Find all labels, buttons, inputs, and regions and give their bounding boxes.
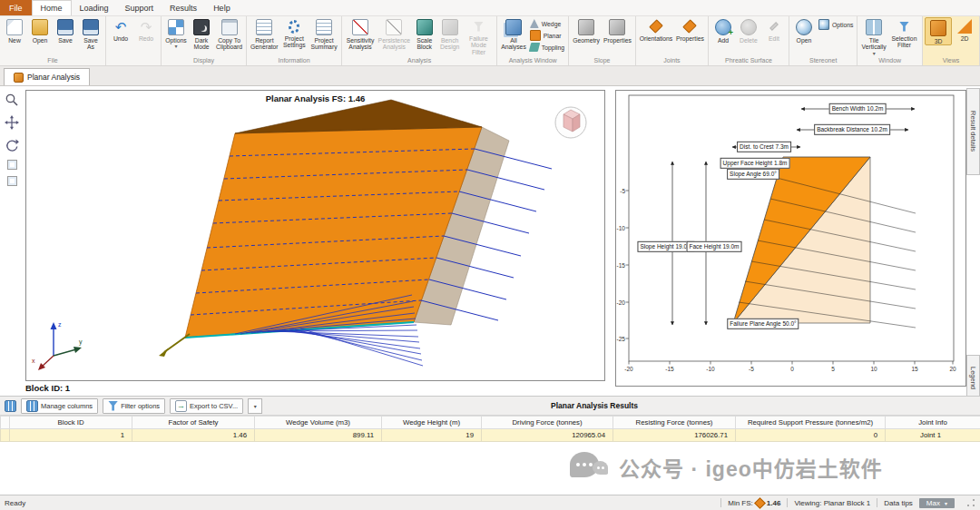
annotation-failure-plane-angle: Failure Plane Angle 50.0° [727, 319, 799, 329]
menu-tab-results[interactable]: Results [162, 0, 205, 15]
selection-filter-button[interactable]: Selection Filter [888, 17, 920, 49]
copy-to-clipboard-button[interactable]: Copy To Clipboard [214, 17, 244, 51]
scale-block-label: Scale Block [414, 37, 436, 51]
wedge-analysis-button[interactable]: Wedge [530, 19, 564, 28]
x-tick: -15 [665, 366, 673, 372]
x-tick: -20 [624, 366, 632, 372]
redo-label: Redo [139, 35, 153, 42]
ribbon: New Open Save Save As File Undo Redo Opt… [0, 16, 980, 66]
menu-tab-loading[interactable]: Loading [72, 0, 117, 15]
save-as-button[interactable]: Save As [78, 17, 103, 51]
project-summary-button[interactable]: Project Summary [309, 17, 339, 51]
ribbon-group-window: Tile Vertically▾ Selection Filter Window [858, 16, 923, 65]
project-settings-button[interactable]: Project Settings [280, 17, 309, 49]
stereonet-options-button[interactable]: Options [818, 19, 853, 30]
view-2d-label: 2D [961, 35, 969, 42]
toe-arrow [159, 334, 190, 357]
watermark-text: 公众号 · igeo中仿岩土软件 [619, 452, 883, 483]
menu-help-label: Help [213, 4, 230, 13]
tile-vertically-button[interactable]: Tile Vertically▾ [859, 17, 888, 57]
report-document-icon [256, 19, 272, 35]
col-driving-force[interactable]: Driving Force (tonnes) [482, 417, 613, 429]
export-cs-v-button[interactable]: Export to CSV... [170, 398, 243, 414]
sensitivity-analysis-button[interactable]: Sensitivity Analysis [344, 17, 377, 51]
open-folder-icon [32, 19, 48, 35]
col-factor-of-safety[interactable]: Factor of Safety [132, 417, 255, 429]
options-button[interactable]: Options▾ [163, 17, 189, 50]
save-label: Save [58, 37, 73, 44]
open-button[interactable]: Open [27, 17, 53, 44]
report-generator-button[interactable]: Report Generator [249, 17, 279, 51]
orientation-cube[interactable] [555, 107, 586, 138]
col-wedge-volume[interactable]: Wedge Volume (m3) [255, 417, 382, 429]
col-required-support-pressure[interactable]: Required Support Pressure (tonnes/m2) [736, 417, 886, 429]
menu-tab-help[interactable]: Help [205, 0, 239, 15]
group-label-phreatic: Phreatic Surface [710, 57, 787, 65]
annotation-backbreak-distance: Backbreak Distance 10.2m [814, 124, 890, 135]
view-2d-panel[interactable]: Bench Width 10.2m Backbreak Distance 10.… [615, 90, 966, 387]
scale-block-button[interactable]: Scale Block [412, 17, 437, 51]
joint-properties-button[interactable]: Properties [674, 17, 706, 42]
slope-geometry-cube-icon [578, 19, 594, 35]
failure-mode-filter-button[interactable]: Failure Mode Filter [463, 17, 495, 55]
pan-tool-button[interactable] [4, 114, 20, 131]
phreatic-add-button[interactable]: Add [710, 17, 736, 44]
tab-result-details[interactable]: Result details [966, 88, 980, 175]
slope-properties-button[interactable]: Properties [602, 17, 633, 44]
planar-analysis-button[interactable]: Planar [530, 30, 564, 41]
main-area: Planar Analysis FS: 1.46 [0, 86, 980, 396]
undo-button[interactable]: Undo [108, 17, 133, 42]
options-dropdown-icon: ▾ [174, 44, 177, 50]
results-data-row[interactable]: 1 1.46 899.11 19 120965.04 176026.71 0 J… [1, 429, 980, 442]
new-button[interactable]: New [2, 17, 27, 44]
max-dropdown-button[interactable]: Max [919, 498, 955, 508]
export-dropdown-button[interactable] [248, 398, 262, 414]
phreatic-add-icon [715, 19, 731, 35]
filter-options-button[interactable]: Filter options [103, 398, 165, 414]
phreatic-edit-button[interactable]: Edit [761, 17, 787, 42]
report-generator-label: Report Generator [250, 37, 279, 51]
rotate-icon [5, 138, 19, 152]
rotate-tool-button[interactable] [4, 137, 20, 153]
display-toggle-1[interactable] [7, 160, 17, 170]
gear-icon [287, 19, 301, 34]
col-resisting-force[interactable]: Resisting Force (tonnes) [613, 417, 736, 429]
y-tick: -25 [617, 336, 625, 342]
display-toggle-2[interactable] [7, 176, 17, 186]
toppling-analysis-button[interactable]: Toppling [530, 43, 564, 52]
stereonet-open-button[interactable]: Open [791, 17, 817, 44]
menu-tab-home[interactable]: Home [32, 0, 72, 15]
view-2d-button[interactable]: 2D [952, 17, 977, 42]
manage-columns-button[interactable]: Manage columns [21, 398, 98, 414]
slope-geometry-button[interactable]: Geometry [571, 17, 602, 44]
resize-grip[interactable] [966, 498, 975, 507]
phreatic-add-label: Add [718, 37, 729, 44]
menu-bar: File Home Loading Support Results Help [0, 0, 980, 16]
persistence-analysis-button[interactable]: Persistence Analysis [377, 17, 412, 51]
all-analyses-button[interactable]: All Analyses [499, 17, 528, 51]
phreatic-delete-button[interactable]: Delete [736, 17, 761, 44]
col-joint-info[interactable]: Joint Info [886, 417, 980, 429]
options-label: Options [165, 37, 186, 44]
y-tick: -20 [617, 299, 625, 306]
menu-loading-label: Loading [80, 4, 109, 13]
tab-planar-analysis[interactable]: Planar Analysis [4, 68, 90, 85]
zoom-tool-button[interactable] [4, 92, 20, 108]
view-3d-button[interactable]: 3D [925, 17, 952, 45]
bench-design-button[interactable]: Bench Design [437, 17, 463, 51]
status-separator [877, 498, 877, 507]
col-block-id[interactable]: Block ID [10, 417, 132, 429]
result-details-label: Result details [969, 111, 977, 152]
menu-tab-support[interactable]: Support [117, 0, 162, 15]
clipboard-icon [221, 19, 238, 35]
file-menu-button[interactable]: File [0, 0, 32, 15]
joint-orientations-button[interactable]: Orientations [638, 17, 674, 42]
save-button[interactable]: Save [53, 17, 78, 44]
max-label: Max [926, 499, 940, 507]
dark-mode-button[interactable]: Dark Mode [189, 17, 214, 51]
redo-button[interactable]: Redo [133, 17, 159, 42]
stereonet-sphere-icon [796, 19, 812, 35]
col-wedge-height[interactable]: Wedge Height (m) [382, 417, 482, 429]
status-data-tips[interactable]: Data tips [884, 499, 913, 507]
view-3d-panel[interactable]: Planar Analysis FS: 1.46 [25, 90, 605, 381]
